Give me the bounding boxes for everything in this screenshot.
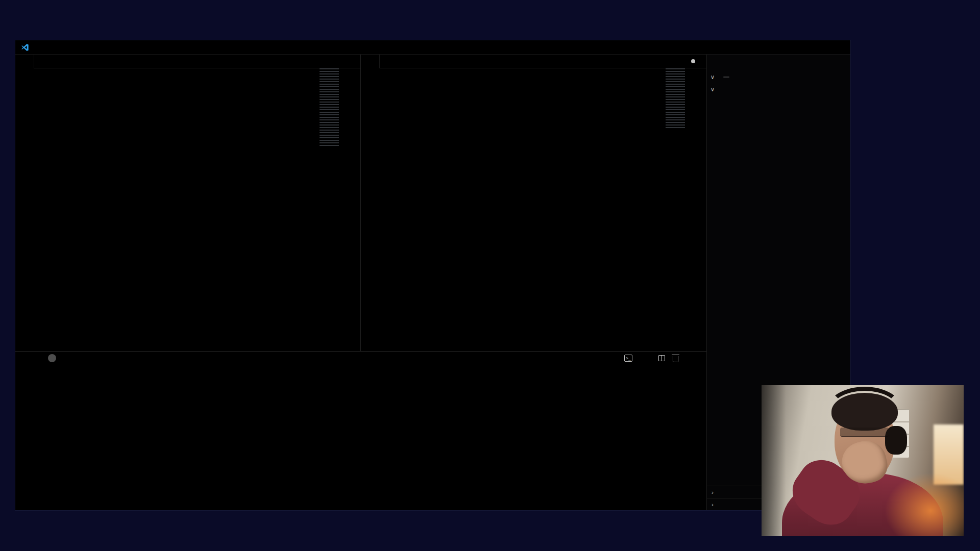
minimap[interactable] — [320, 68, 339, 146]
panel-header: >_ — [15, 352, 706, 365]
webcam-person-glasses — [840, 428, 889, 437]
unsaved-dot-icon — [691, 59, 695, 63]
chevron-down-icon: ∨ — [709, 86, 716, 93]
editor-group-left — [15, 55, 361, 351]
tab-problems[interactable] — [45, 352, 56, 365]
chevron-down-icon: ∨ — [709, 73, 716, 81]
title-bar — [15, 40, 850, 55]
terminal-icon: >_ — [624, 355, 632, 362]
chevron-right-icon: › — [709, 489, 716, 495]
tab-strip-right — [361, 55, 706, 68]
shell-session-label[interactable]: >_ — [624, 355, 635, 362]
minimap[interactable] — [666, 68, 685, 129]
problems-count-badge — [48, 354, 56, 362]
unsaved-count-badge — [723, 77, 729, 78]
kill-terminal-icon[interactable] — [673, 356, 678, 362]
terminal-output[interactable] — [29, 368, 701, 508]
editor-group-right — [361, 55, 706, 351]
minimize-button[interactable] — [781, 40, 804, 55]
split-terminal-icon[interactable] — [658, 355, 665, 361]
section-workspace[interactable]: ∨ — [707, 83, 850, 95]
webcam-shadow — [762, 385, 786, 536]
section-open-editors[interactable]: ∨ — [707, 71, 850, 83]
terminal-panel: >_ — [15, 351, 706, 510]
close-button[interactable] — [827, 40, 850, 55]
tab-strip-left — [15, 55, 360, 68]
code-area-github-get-ts[interactable] — [15, 68, 360, 351]
webcam-overlay — [762, 385, 964, 536]
vscode-window: >_ ∨ ∨ — [15, 40, 850, 510]
tab-github-get-ts[interactable] — [15, 55, 34, 68]
webcam-lamp-glow — [885, 473, 964, 536]
vscode-logo-icon — [21, 43, 29, 52]
code-area-migrations-ts[interactable] — [361, 68, 706, 351]
chevron-right-icon: › — [709, 502, 716, 508]
maximize-button[interactable] — [804, 40, 827, 55]
tab-migrations-ts[interactable] — [361, 55, 380, 68]
